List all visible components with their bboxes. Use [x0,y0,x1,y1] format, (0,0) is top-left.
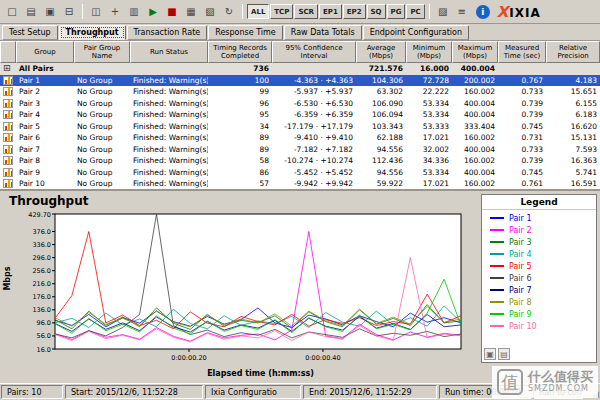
relative-precision: 16.591 [546,178,600,190]
minimum: 22.222 [406,86,452,98]
measured-time: 0.745 [498,121,546,133]
tab-endpoint-configuration[interactable]: Endpoint Configuration [363,25,469,40]
timing-records: 736 [208,63,272,75]
save-test-icon[interactable]: ▣ [41,3,59,21]
pair-chart-icon [3,156,13,165]
chart-zoom-icon[interactable]: ▣ [484,348,496,360]
header-pair-group-name[interactable]: Pair Group Name [74,41,130,63]
console-icon[interactable]: ▨ [434,3,452,21]
measured-time: 0.739 [498,98,546,110]
confidence-interval: -9.942 · +9.942 [272,178,356,190]
chart-options-icon[interactable]: ▤ [498,348,510,360]
mode-button-scr[interactable]: SCR [294,4,318,19]
legend-item-pair-5: Pair 5 [482,260,596,272]
run-status: Finished: Warning(s) [130,144,208,156]
tab-raw-data-totals[interactable]: Raw Data Totals [284,25,362,40]
header-group[interactable]: Group [16,41,74,63]
pair-group: No Group [74,86,130,98]
legend-title: Legend [482,195,596,210]
mode-button-all[interactable]: ALL [247,4,269,19]
mode-button-pc[interactable]: PC [406,4,424,19]
table-row-pair-7[interactable]: Pair 7 No Group Finished: Warning(s) 89 … [0,144,600,156]
tab-transaction-rate[interactable]: Transaction Rate [127,25,208,40]
x-axis-label: Elapsed time (h:mm:ss) [43,369,478,378]
tab-test-setup[interactable]: Test Setup [2,25,58,40]
confidence-interval: -6.530 · +6.530 [272,98,356,110]
run-status: Finished: Warning(s) [130,86,208,98]
table-row-pair-4[interactable]: Pair 4 No Group Finished: Warning(s) 95 … [0,109,600,121]
minimum: 17.021 [406,132,452,144]
timing-records: 95 [208,109,272,121]
minimum: 53.333 [406,121,452,133]
legend-item-pair-8: Pair 8 [482,296,596,308]
mode-button-tcp[interactable]: TCP [270,4,293,19]
report-icon[interactable]: ▦ [182,3,200,21]
new-test-icon[interactable]: □ [3,3,21,21]
line-swatch-icon [490,277,504,279]
open-test-icon[interactable]: ▤ [22,3,40,21]
relative-precision: 16.620 [546,121,600,133]
timing-records: 89 [208,132,272,144]
measured-time: 0.739 [498,155,546,167]
run-status: Finished: Warning(s) [130,75,208,87]
svg-text:0:00:00.40: 0:00:00.40 [305,354,340,362]
pair-name: Pair 10 [16,178,74,190]
tab-response-time[interactable]: Response Time [208,25,283,40]
header-run-status[interactable]: Run Status [130,41,208,63]
timing-records: 58 [208,155,272,167]
svg-text:16.0: 16.0 [37,346,51,354]
table-row-pair-6[interactable]: Pair 6 No Group Finished: Warning(s) 89 … [0,132,600,144]
minimum: 53.334 [406,109,452,121]
header-maximum[interactable]: Maximum (Mbps) [452,41,498,63]
table-row-pair-5[interactable]: Pair 5 No Group Finished: Warning(s) 34 … [0,121,600,133]
header-timing-records[interactable]: Timing Records Completed [208,41,272,63]
table-row-all-pairs[interactable]: ⊞ All Pairs 736 721.576 16.000 400.004 [0,63,600,75]
line-swatch-icon [490,325,504,327]
pair-group: No Group [74,167,130,179]
stop-test-icon[interactable]: ■ [163,3,181,21]
pair-name: Pair 6 [16,132,74,144]
legend-item-pair-7: Pair 7 [482,284,596,296]
chart-view-icon[interactable]: ▧ [201,3,219,21]
script-icon[interactable]: ≡ [453,3,471,21]
group-label: All Pairs [16,63,74,75]
tab-throughput[interactable]: Throughput [59,25,126,40]
run-test-icon[interactable]: ▶ [144,3,162,21]
confidence-interval: -9.410 · +9.410 [272,132,356,144]
refresh-icon[interactable]: ↻ [220,3,238,21]
table-row-pair-8[interactable]: Pair 8 No Group Finished: Warning(s) 58 … [0,155,600,167]
maximum: 160.002 [452,132,498,144]
edit-pair-icon[interactable]: ▥ [125,3,143,21]
status-config: Ixia Configuratio [205,385,301,399]
mode-button-ep1[interactable]: EP1 [319,4,342,19]
header-relative-precision[interactable]: Relative Precision [546,41,600,63]
table-row-pair-2[interactable]: Pair 2 No Group Finished: Warning(s) 99 … [0,86,600,98]
throughput-chart[interactable]: 429.70376.0336.0296.0256.0216.0176.0136.… [15,209,478,369]
add-pair-icon[interactable]: + [106,3,124,21]
copy-icon[interactable]: ◫ [87,3,105,21]
print-icon[interactable]: ⊟ [60,3,78,21]
maximum: 160.002 [452,178,498,190]
timing-records: 100 [208,75,272,87]
header-measured-time[interactable]: Measured Time (sec) [498,41,546,63]
pair-group: No Group [74,178,130,190]
pair-chart-icon [3,133,13,142]
info-icon[interactable]: i [476,5,490,19]
relative-precision: 16.363 [546,155,600,167]
table-row-pair-10[interactable]: Pair 10 No Group Finished: Warning(s) 57… [0,178,600,190]
table-row-pair-9[interactable]: Pair 9 No Group Finished: Warning(s) 86 … [0,167,600,179]
minimum: 53.334 [406,98,452,110]
minimum: 32.002 [406,144,452,156]
table-row-pair-3[interactable]: Pair 3 No Group Finished: Warning(s) 96 … [0,98,600,110]
mode-button-ep2[interactable]: EP2 [343,4,366,19]
header-confidence-interval[interactable]: 95% Confidence Interval [272,41,356,63]
run-status: Finished: Warning(s) [130,98,208,110]
confidence-interval: -6.359 · +6.359 [272,109,356,121]
mode-button-sq[interactable]: SQ [367,4,386,19]
mode-button-pg[interactable]: PG [387,4,406,19]
header-icon-col [0,41,16,63]
header-minimum[interactable]: Minimum (Mbps) [406,41,452,63]
table-row-pair-1[interactable]: Pair 1 No Group Finished: Warning(s) 100… [0,75,600,87]
relative-precision: 4.183 [546,75,600,87]
header-average[interactable]: Average (Mbps) [356,41,406,63]
